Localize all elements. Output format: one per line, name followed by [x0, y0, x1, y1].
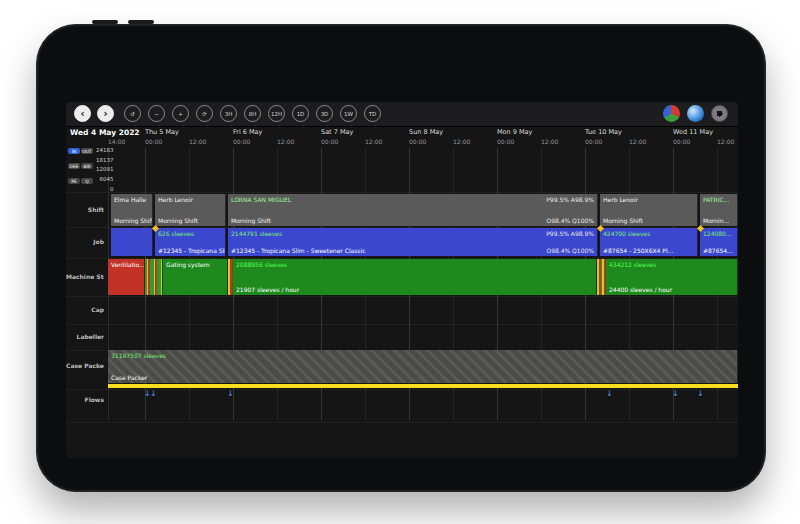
job-bar[interactable] — [111, 228, 153, 256]
day-header: Fri 6 May 00:00 12:00 — [233, 128, 321, 146]
machine-state-bar[interactable]: Gating system — [163, 259, 228, 295]
day-label: Wed 11 May — [673, 128, 738, 136]
shift-bar[interactable]: PATRIC... Mornin... — [700, 194, 738, 226]
row-separator — [66, 296, 738, 297]
flow-event-marker[interactable]: ↓ — [672, 390, 679, 398]
job-bar[interactable]: 2144791 sleeves #12345 - Tropicana Slim … — [228, 228, 598, 256]
settings-gear-icon[interactable] — [711, 105, 728, 122]
time-tick: 00:00 — [321, 138, 338, 145]
job-name: #87654... — [703, 247, 735, 254]
row-label-labeller: Labeller — [66, 333, 104, 340]
shift-operator: LORNA SAN MIGUEL — [231, 196, 595, 203]
job-kpi: O98.4% Q100% — [546, 247, 594, 254]
fault-name: Ventilatio... — [111, 261, 142, 268]
range-8h-label: 8H — [249, 111, 257, 117]
range-12h-button[interactable]: 12H — [268, 105, 285, 122]
row-label-cap: Cap — [66, 306, 104, 313]
job-name: #12345 - Tropicana Slim - Sweetener Clas… — [158, 247, 223, 254]
legend-chip-dee[interactable]: DEE — [68, 163, 80, 169]
shift-type: Morning Shift — [231, 217, 595, 224]
back-button[interactable]: ‹ — [74, 105, 91, 122]
job-quantity: 626 sleeves — [158, 230, 223, 237]
forward-button[interactable]: › — [97, 105, 114, 122]
flow-event-marker[interactable]: ↓ — [697, 390, 704, 398]
undo-button[interactable]: ↺ — [124, 105, 141, 122]
range-today-button[interactable]: TD — [364, 105, 381, 122]
current-date-label: Wed 4 May 2022 — [70, 128, 140, 137]
shift-kpi: O98.4% Q100% — [546, 217, 594, 224]
range-1w-button[interactable]: 1W — [340, 105, 357, 122]
shift-type: Morning Shift — [603, 217, 695, 224]
time-tick: 12:00 — [189, 138, 206, 145]
time-tick: 12:00 — [629, 138, 646, 145]
shift-bar[interactable]: LORNA SAN MIGUEL Morning Shift P99.5% A9… — [228, 194, 598, 226]
machine-run-bar[interactable]: 2088956 sleeves 21907 sleeves / hour — [233, 259, 597, 295]
row-label-machine-state: Machine State — [66, 273, 104, 280]
day-header: Thu 5 May 00:00 12:00 — [145, 128, 233, 146]
shift-bar[interactable]: Elma Halle Morning Shift — [111, 194, 153, 226]
flow-event-marker[interactable]: ↓ — [150, 390, 157, 398]
job-quantity: 124080... — [703, 230, 735, 237]
range-1w-label: 1W — [344, 111, 353, 117]
page: ‹ › ↺ − + ⟳ 3H 8H 12H 1D 3D 1W TD — [0, 0, 800, 524]
bar-text: 424700 sleeves #87654 - 250X6X4 Pl... — [600, 228, 697, 256]
bar-text: 2144791 sleeves #12345 - Tropicana Slim … — [228, 228, 597, 256]
range-3h-button[interactable]: 3H — [220, 105, 237, 122]
time-tick: 00:00 — [585, 138, 602, 145]
job-bar[interactable]: 124080... #87654... — [700, 228, 738, 256]
nav-button-group: ‹ › — [74, 105, 114, 122]
legend-chip-in[interactable]: IN — [68, 148, 80, 154]
undo-icon: ↺ — [130, 111, 135, 117]
case-packer-bar[interactable]: 31197507 sleeves Case Packer — [108, 350, 738, 383]
row-separator — [66, 324, 738, 325]
time-tick: 00:00 — [497, 138, 514, 145]
shift-type: Morning Shift — [114, 217, 150, 224]
job-bar[interactable]: 424700 sleeves #87654 - 250X6X4 Pl... — [600, 228, 698, 256]
shift-kpi: P99.5% A98.9% — [546, 196, 594, 203]
range-today-label: TD — [369, 111, 377, 117]
job-name: #12345 - Tropicana Slim - Sweetener Clas… — [231, 247, 595, 254]
machine-state-stripes[interactable] — [597, 259, 606, 295]
range-8h-button[interactable]: 8H — [244, 105, 261, 122]
range-1d-label: 1D — [297, 111, 305, 117]
range-3d-button[interactable]: 3D — [316, 105, 333, 122]
globe-icon[interactable] — [687, 105, 704, 122]
axis-tick: 0 — [110, 187, 114, 193]
machine-state-name: Gating system — [166, 261, 225, 268]
row-label-case-packer: Case Packer — [66, 362, 104, 369]
case-packer-label: Case Packer — [111, 374, 735, 381]
bar-text: 124080... #87654... — [700, 228, 737, 256]
job-bar[interactable]: 626 sleeves #12345 - Tropicana Slim - Sw… — [155, 228, 226, 256]
flow-legend: IN OUT DEE AIR PE Q — [68, 148, 93, 192]
run-quantity: 434212 sleeves — [609, 261, 735, 268]
sync-status-icon[interactable] — [663, 105, 680, 122]
zoom-in-button[interactable]: + — [172, 105, 189, 122]
refresh-button[interactable]: ⟳ — [196, 105, 213, 122]
bar-text: 626 sleeves #12345 - Tropicana Slim - Sw… — [155, 228, 225, 256]
legend-chip-q[interactable]: Q — [81, 178, 93, 184]
machine-state-stripes[interactable] — [145, 259, 163, 295]
range-12h-label: 12H — [271, 111, 282, 117]
day-header: Wed 11 May 00:00 12:00 — [673, 128, 738, 146]
shift-bar[interactable]: Herb Lenoir Morning Shift — [600, 194, 698, 226]
bar-text: 31197507 sleeves Case Packer — [108, 350, 737, 383]
bar-kpis: P99.5% A98.9% O98.4% Q100% — [546, 228, 594, 256]
flow-event-marker[interactable]: ↓ — [606, 390, 613, 398]
bar-text: 2088956 sleeves 21907 sleeves / hour — [233, 259, 596, 295]
legend-chip-pe[interactable]: PE — [68, 178, 80, 184]
view-button-group: ↺ − + ⟳ 3H 8H 12H 1D 3D 1W TD — [124, 105, 381, 122]
run-quantity: 2088956 sleeves — [236, 261, 594, 268]
machine-fault-bar[interactable]: Ventilatio... — [108, 259, 145, 295]
range-1d-button[interactable]: 1D — [292, 105, 309, 122]
shift-bar[interactable]: Herb Lenoir Morning Shift — [155, 194, 226, 226]
legend-chip-air[interactable]: AIR — [81, 163, 93, 169]
row-label-shift: Shift — [66, 206, 104, 213]
machine-run-bar[interactable]: 434212 sleeves 24400 sleeves / hour — [606, 259, 738, 295]
zoom-out-button[interactable]: − — [148, 105, 165, 122]
legend-chip-out[interactable]: OUT — [81, 148, 93, 154]
zoom-out-icon: − — [154, 111, 159, 117]
row-separator — [66, 422, 738, 423]
time-tick: 00:00 — [409, 138, 426, 145]
flow-event-marker[interactable]: ↓ — [227, 390, 234, 398]
day-label: Tue 10 May — [585, 128, 673, 136]
